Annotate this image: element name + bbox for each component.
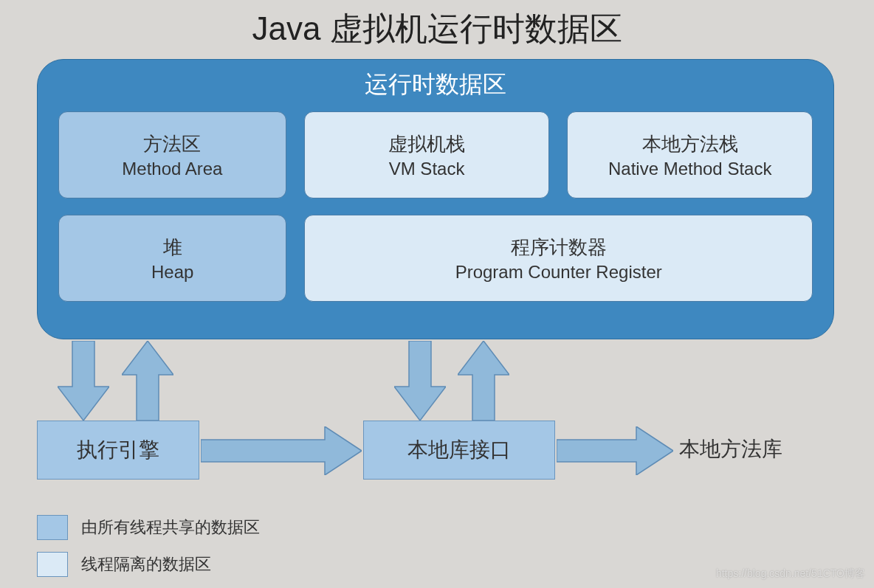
arrow-right-native-to-lib <box>557 426 673 475</box>
heap-box: 堆 Heap <box>58 215 286 302</box>
legend-private-label: 线程隔离的数据区 <box>81 553 211 575</box>
pc-register-box: 程序计数器 Program Counter Register <box>304 215 813 302</box>
runtime-header: 运行时数据区 <box>58 69 813 101</box>
row-bottom: 堆 Heap 程序计数器 Program Counter Register <box>58 215 813 302</box>
legend-shared-swatch <box>37 515 68 540</box>
vm-stack-cn: 虚拟机栈 <box>388 131 465 157</box>
method-area-cn: 方法区 <box>143 131 201 157</box>
native-stack-en: Native Method Stack <box>608 159 771 179</box>
arrow-down-native <box>394 341 446 421</box>
native-library-interface-box: 本地库接口 <box>363 421 555 480</box>
arrow-down-exec <box>58 341 109 421</box>
arrow-up-exec <box>122 341 173 421</box>
legend-private: 线程隔离的数据区 <box>37 552 211 577</box>
heap-en: Heap <box>151 262 193 283</box>
pc-register-cn: 程序计数器 <box>511 235 607 260</box>
method-area-box: 方法区 Method Area <box>58 111 286 198</box>
execution-engine-box: 执行引擎 <box>37 421 199 480</box>
arrow-up-native <box>458 341 509 421</box>
legend-shared: 由所有线程共享的数据区 <box>37 515 260 540</box>
method-area-en: Method Area <box>122 159 222 179</box>
native-stack-box: 本地方法栈 Native Method Stack <box>567 111 813 198</box>
pc-register-en: Program Counter Register <box>455 262 662 283</box>
native-method-library-label: 本地方法库 <box>679 435 782 463</box>
runtime-data-area: 运行时数据区 方法区 Method Area 虚拟机栈 VM Stack 本地方… <box>37 59 834 339</box>
legend-shared-label: 由所有线程共享的数据区 <box>81 516 260 539</box>
legend-private-swatch <box>37 552 68 577</box>
heap-cn: 堆 <box>163 235 182 260</box>
vm-stack-box: 虚拟机栈 VM Stack <box>304 111 550 198</box>
arrow-right-exec-to-native <box>201 426 362 475</box>
row-top: 方法区 Method Area 虚拟机栈 VM Stack 本地方法栈 Nati… <box>58 111 813 198</box>
vm-stack-en: VM Stack <box>389 159 465 179</box>
native-stack-cn: 本地方法栈 <box>642 131 738 157</box>
page-title: Java 虚拟机运行时数据区 <box>0 0 874 51</box>
watermark-text: https://blog.csdn.net/51CTO博客 <box>716 567 865 581</box>
